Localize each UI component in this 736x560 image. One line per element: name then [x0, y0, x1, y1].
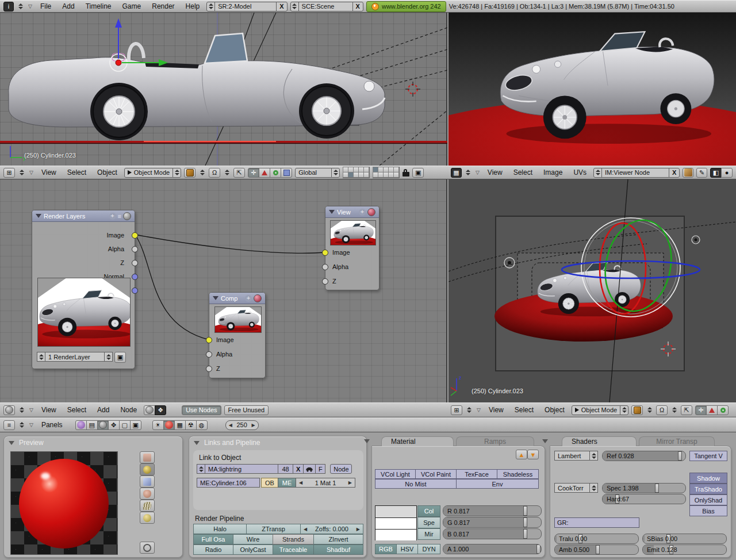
- menu-game[interactable]: Game: [118, 2, 145, 10]
- scene-selector[interactable]: SCE:Scene: [298, 2, 353, 11]
- emit-slider[interactable]: Emit 0.128: [642, 544, 727, 555]
- material-name-field[interactable]: MA:lightring: [205, 464, 278, 474]
- image-selector[interactable]: IM:Viewer Node: [601, 168, 669, 178]
- render-result-view[interactable]: [448, 13, 736, 166]
- color-swatch-stack[interactable]: [375, 505, 417, 540]
- layer-buttons-group-2[interactable]: [373, 167, 400, 178]
- onlycast-button[interactable]: OnlyCast: [233, 544, 273, 555]
- scene-selector-stepper[interactable]: [290, 2, 299, 11]
- menu-uvs[interactable]: UVs: [569, 168, 591, 177]
- node-collapse-icon[interactable]: [329, 210, 335, 214]
- panel-collapse-icon[interactable]: [542, 439, 548, 443]
- editor-type-icon[interactable]: ⊞: [3, 168, 15, 178]
- frame-decrement-arrow[interactable]: ◀: [229, 423, 232, 428]
- tralu-slider[interactable]: Tralu 0.00: [554, 534, 639, 544]
- rotation-stepper[interactable]: [223, 170, 231, 175]
- tab-shaders[interactable]: Shaders: [562, 436, 637, 446]
- sbias-slider[interactable]: SBias 0.00: [642, 534, 727, 544]
- image-header-collapse-icon[interactable]: ▽: [474, 170, 481, 175]
- comp-node-header[interactable]: Comp +: [209, 293, 265, 304]
- draw-mode-button[interactable]: [184, 168, 195, 178]
- diffuse-shader-dropdown[interactable]: Lambert: [554, 451, 590, 461]
- record-dot-icon[interactable]: ●: [721, 168, 733, 178]
- menu-add[interactable]: Add: [93, 406, 113, 414]
- menu-select[interactable]: Select: [63, 406, 90, 414]
- render-layers-node[interactable]: Render Layers + ≡ Image Alpha Z Normal S…: [32, 210, 135, 369]
- shadeless-button[interactable]: Shadeless: [497, 469, 539, 479]
- composite-nodes-toggle[interactable]: ❖: [155, 405, 166, 415]
- socket-z-input[interactable]: [322, 278, 328, 285]
- radiosity-subcontext-icon[interactable]: ☢: [185, 420, 197, 430]
- ztransp-button[interactable]: ZTransp: [246, 524, 301, 534]
- collapse-menus-icon[interactable]: ▽: [27, 3, 33, 9]
- ref-slider[interactable]: Ref 0.928: [602, 451, 686, 461]
- draw-mode-button[interactable]: [631, 405, 643, 415]
- trashado-button[interactable]: TraShado: [689, 484, 727, 494]
- socket-image-input[interactable]: [206, 337, 212, 343]
- socket-alpha-output[interactable]: [132, 246, 138, 252]
- material-browse-stepper[interactable]: [197, 464, 205, 474]
- render-layer-select[interactable]: 1 RenderLayer: [45, 352, 105, 362]
- menu-help[interactable]: Help: [182, 2, 204, 10]
- buttons-editor-type-icon[interactable]: ≡: [3, 420, 15, 430]
- free-unused-button[interactable]: Free Unused: [224, 405, 269, 415]
- zoffs-decrement[interactable]: ◀: [304, 527, 307, 532]
- zinvert-button[interactable]: ZInvert: [313, 534, 363, 544]
- lock-layers-icon[interactable]: [402, 172, 409, 177]
- layer-stepper-left[interactable]: [37, 352, 45, 362]
- menu-object[interactable]: Object: [540, 406, 569, 414]
- mir-button[interactable]: Mir: [417, 528, 440, 540]
- menu-view[interactable]: View: [484, 168, 507, 177]
- rotation-center-button[interactable]: Ω: [209, 168, 220, 178]
- node-plus-icon[interactable]: +: [359, 209, 366, 216]
- translate-manipulator-button[interactable]: [706, 405, 718, 415]
- proportional-edit-icon[interactable]: ⇱: [233, 168, 245, 178]
- socket-image-output[interactable]: [132, 232, 138, 239]
- screen-selector-stepper[interactable]: [206, 2, 215, 11]
- use-nodes-button[interactable]: Use Nodes: [182, 405, 221, 415]
- material-unlink-button[interactable]: X: [293, 464, 304, 474]
- viewport-3d-left[interactable]: y (250) Cylinder.023: [0, 13, 447, 166]
- image-editor-type-stepper[interactable]: [465, 170, 471, 175]
- ob-link-button[interactable]: OB: [261, 478, 278, 488]
- vcol-paint-button[interactable]: VCol Paint: [415, 469, 457, 479]
- node-preview-toggle-icon[interactable]: [123, 212, 131, 220]
- orientation-dropdown[interactable]: Global: [295, 168, 332, 178]
- halo-button[interactable]: Halo: [193, 524, 247, 534]
- window-type-stepper[interactable]: [17, 3, 24, 9]
- panel-collapse-icon[interactable]: [9, 441, 14, 445]
- tangent-v-button[interactable]: Tangent V: [689, 451, 727, 461]
- shadbuf-button[interactable]: Shadbuf: [313, 544, 363, 555]
- frame-number-field[interactable]: ◀ 250 ▶: [225, 420, 259, 430]
- editing-context-icon[interactable]: ▢: [119, 420, 131, 430]
- b-slider[interactable]: B 0.817: [443, 528, 542, 539]
- socket-speed-output[interactable]: [132, 287, 138, 294]
- env-button[interactable]: Env: [456, 479, 539, 489]
- manipulator-toggle-button[interactable]: ✛: [695, 405, 707, 415]
- clip-view-icon[interactable]: ◧: [710, 168, 722, 178]
- node-plus-icon[interactable]: +: [245, 295, 252, 302]
- radio-button[interactable]: Radio: [193, 544, 233, 555]
- mode-dropdown[interactable]: Object Mode: [124, 168, 173, 178]
- zoffs-increment[interactable]: ▶: [356, 527, 360, 532]
- object-context-icon[interactable]: ✥: [108, 420, 120, 430]
- menu-node[interactable]: Node: [116, 406, 141, 414]
- preview-sphere-button[interactable]: [140, 463, 155, 475]
- layer-stepper-right[interactable]: [104, 352, 113, 362]
- vcol-light-button[interactable]: VCol Light: [375, 469, 416, 479]
- hsv-button[interactable]: HSV: [396, 544, 418, 554]
- socket-image-input[interactable]: [322, 250, 328, 256]
- socket-z-input[interactable]: [206, 366, 212, 372]
- render-layers-node-header[interactable]: Render Layers + ≡: [32, 210, 135, 222]
- node-mute-icon[interactable]: [367, 208, 375, 216]
- diffuse-shader-stepper[interactable]: [589, 451, 598, 461]
- draw-mode-stepper[interactable]: [646, 407, 653, 413]
- menu-select[interactable]: Select: [63, 168, 90, 177]
- no-mist-button[interactable]: No Mist: [375, 479, 457, 489]
- header-collapse-icon[interactable]: ▽: [476, 407, 482, 413]
- shadow-button[interactable]: Shadow: [689, 473, 727, 484]
- material-subcontext-icon[interactable]: [163, 420, 175, 430]
- orientation-stepper[interactable]: [331, 168, 340, 178]
- comp-node[interactable]: Comp + Image Alpha Z: [209, 292, 266, 378]
- mat-index-decrement[interactable]: ◀: [299, 480, 302, 485]
